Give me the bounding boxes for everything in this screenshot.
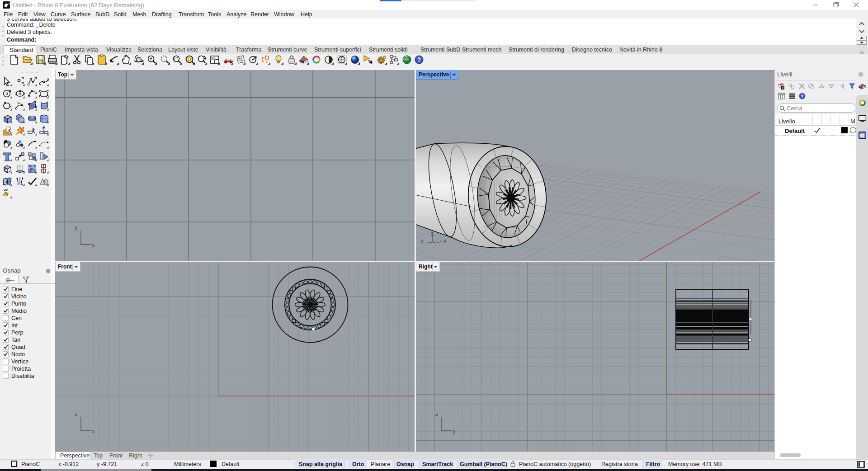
- svg-text:y: y: [421, 238, 424, 244]
- svg-text:x: x: [443, 238, 447, 244]
- svg-text:z: z: [75, 411, 77, 417]
- svg-text:y: y: [75, 225, 78, 231]
- svg-text:x: x: [92, 428, 95, 434]
- svg-text:?: ?: [417, 56, 421, 63]
- svg-text:8: 8: [9, 2, 10, 5]
- svg-text:?: ?: [801, 94, 803, 99]
- svg-text:x: x: [92, 242, 95, 248]
- svg-text:?: ?: [861, 134, 863, 138]
- svg-text:z: z: [431, 231, 434, 237]
- svg-text:z: z: [435, 411, 438, 417]
- svg-text:y: y: [453, 428, 456, 434]
